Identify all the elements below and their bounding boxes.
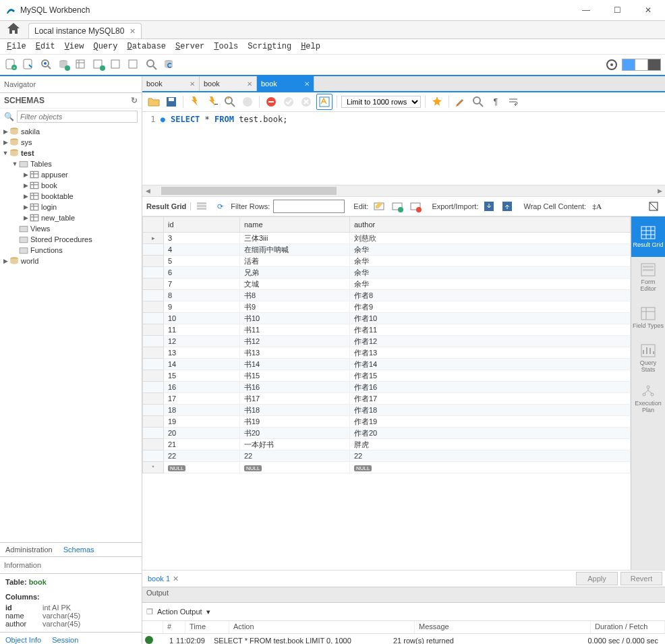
table-row[interactable]: 15书15作者15: [143, 370, 631, 382]
autocommit-icon[interactable]: [316, 94, 332, 110]
cell-id[interactable]: 21: [164, 439, 240, 450]
table-row[interactable]: 14书14作者14: [143, 359, 631, 370]
find-icon[interactable]: [471, 94, 486, 109]
result-tab[interactable]: book 1✕: [142, 573, 184, 585]
cell-null[interactable]: NULL: [350, 462, 631, 473]
output-type-select[interactable]: Action Output ▾: [157, 608, 210, 616]
close-button[interactable]: ✕: [637, 5, 660, 15]
close-icon[interactable]: ✕: [247, 80, 252, 88]
cell-id[interactable]: 10: [164, 313, 240, 324]
menu-edit[interactable]: Edit: [36, 42, 55, 51]
close-icon[interactable]: ✕: [190, 80, 195, 88]
cell-id[interactable]: 18: [164, 405, 240, 416]
row-header[interactable]: ▸: [143, 233, 164, 244]
cell-author[interactable]: 余华: [350, 244, 631, 256]
cell-author[interactable]: 作者8: [350, 290, 631, 301]
cell-id[interactable]: 6: [164, 267, 240, 279]
close-icon[interactable]: ✕: [304, 80, 310, 88]
editor-tab[interactable]: book✕: [200, 76, 257, 91]
cell-id[interactable]: 3: [164, 233, 240, 244]
invisible-icon[interactable]: ¶: [488, 94, 503, 109]
side-result-grid[interactable]: Result Grid: [631, 216, 665, 257]
delete-row-icon[interactable]: [408, 199, 423, 214]
row-header[interactable]: [143, 405, 164, 416]
row-header[interactable]: [143, 416, 164, 428]
tree-table-newtable[interactable]: ▶new_table: [0, 212, 142, 223]
cell-author[interactable]: 作者11: [350, 324, 631, 336]
rollback-icon[interactable]: [299, 94, 314, 109]
tab-session[interactable]: Session: [47, 633, 84, 644]
cell-author[interactable]: 余华: [350, 256, 631, 267]
fn-add-icon[interactable]: [127, 57, 142, 72]
table-row[interactable]: 9书9作者9: [143, 301, 631, 313]
tree-views[interactable]: Views: [0, 223, 142, 234]
cell-id[interactable]: 8: [164, 290, 240, 301]
table-row[interactable]: 13书13作者13: [143, 347, 631, 359]
cell-author[interactable]: 22: [350, 450, 631, 462]
cell-name[interactable]: 书17: [240, 393, 350, 405]
tree-fn[interactable]: Functions: [0, 245, 142, 256]
cell-author[interactable]: 作者12: [350, 336, 631, 347]
new-sql-tab-icon[interactable]: +: [4, 57, 19, 72]
tree-schema-test[interactable]: ▼test: [0, 148, 142, 158]
menu-help[interactable]: Help: [301, 42, 320, 51]
output-window-icon[interactable]: ❐: [146, 608, 153, 616]
row-header[interactable]: [143, 393, 164, 405]
wrap-content-icon[interactable]: ‡A: [589, 199, 604, 214]
cell-id[interactable]: 13: [164, 347, 240, 359]
row-header[interactable]: [143, 279, 164, 290]
row-header[interactable]: [143, 439, 164, 450]
refresh-icon[interactable]: ⟳: [212, 199, 227, 214]
menu-server[interactable]: Server: [175, 42, 204, 51]
minimize-button[interactable]: —: [575, 5, 598, 15]
col-header-name[interactable]: name: [240, 217, 350, 233]
commit-icon[interactable]: [281, 94, 296, 109]
table-row[interactable]: 4在细雨中呐喊余华: [143, 244, 631, 256]
row-header[interactable]: [143, 290, 164, 301]
row-header[interactable]: [143, 428, 164, 439]
wrap-icon[interactable]: [506, 94, 521, 109]
cell-id[interactable]: 11: [164, 324, 240, 336]
menu-file[interactable]: File: [7, 42, 26, 51]
cell-name[interactable]: 一本好书: [240, 439, 350, 450]
brush-icon[interactable]: [453, 94, 468, 109]
home-icon[interactable]: [5, 21, 22, 37]
tree-table-appuser[interactable]: ▶appuser: [0, 169, 142, 180]
cell-author[interactable]: 作者20: [350, 428, 631, 439]
cell-name[interactable]: 书10: [240, 313, 350, 324]
refresh-icon[interactable]: ↻: [131, 96, 138, 105]
explain-icon[interactable]: [223, 94, 237, 109]
result-grid[interactable]: id name author ▸3三体3iii刘慈欣4在细雨中呐喊余华5活着余华…: [142, 216, 631, 570]
connection-tab[interactable]: Local instance MySQL80 ✕: [28, 23, 142, 38]
view-add-icon[interactable]: [92, 57, 107, 72]
cell-null[interactable]: NULL: [240, 462, 350, 473]
maximize-button[interactable]: ☐: [606, 5, 629, 15]
cell-name[interactable]: 文城: [240, 279, 350, 290]
cell-id[interactable]: 20: [164, 428, 240, 439]
grid-rows-icon[interactable]: [194, 199, 209, 214]
edit-row-icon[interactable]: [372, 199, 386, 214]
tree-schema-world[interactable]: ▶world: [0, 256, 142, 266]
db-add-icon[interactable]: [57, 57, 71, 72]
cell-id[interactable]: 14: [164, 359, 240, 370]
cell-name[interactable]: 书16: [240, 382, 350, 393]
no-limit-icon[interactable]: [264, 94, 279, 109]
sp-add-icon[interactable]: [109, 57, 124, 72]
cell-name[interactable]: 书15: [240, 370, 350, 382]
cell-author[interactable]: 作者10: [350, 313, 631, 324]
cell-id[interactable]: 9: [164, 301, 240, 313]
open-sql-icon[interactable]: [22, 57, 36, 72]
cell-id[interactable]: 17: [164, 393, 240, 405]
cell-id[interactable]: 12: [164, 336, 240, 347]
table-row[interactable]: 18书18作者18: [143, 405, 631, 416]
tree-schema-sys[interactable]: ▶sys: [0, 137, 142, 148]
editor-scrollbar[interactable]: ◀▶: [142, 185, 665, 196]
cell-id[interactable]: 5: [164, 256, 240, 267]
menu-query[interactable]: Query: [93, 42, 117, 51]
table-row[interactable]: 11书11作者11: [143, 324, 631, 336]
cell-id[interactable]: 15: [164, 370, 240, 382]
tree-table-book[interactable]: ▶book: [0, 180, 142, 191]
limit-select[interactable]: Limit to 1000 rows: [341, 96, 421, 108]
open-file-icon[interactable]: [146, 94, 161, 109]
side-query-stats[interactable]: Query Stats: [631, 338, 665, 378]
